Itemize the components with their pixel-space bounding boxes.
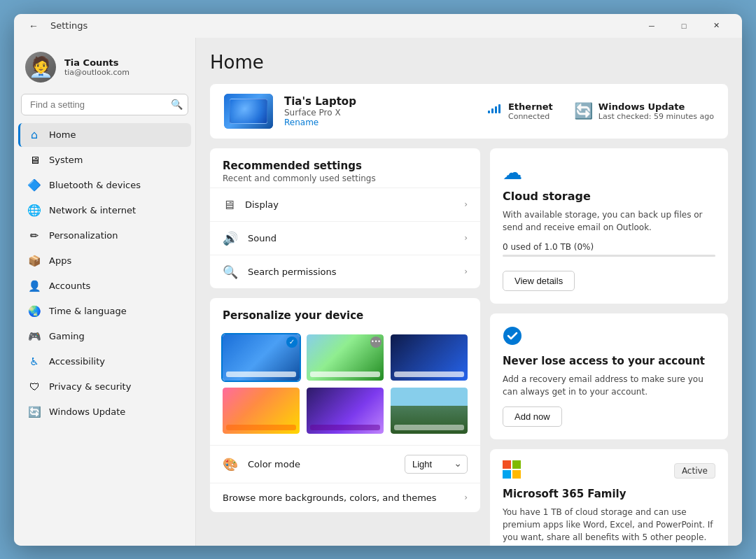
minimize-button[interactable]: ─ bbox=[636, 14, 668, 38]
wallpaper-6-preview bbox=[391, 388, 468, 434]
window-title: Settings bbox=[50, 20, 88, 31]
content-area: Home Tia's Laptop Surface Pro X Rename bbox=[196, 38, 742, 546]
sidebar-item-home[interactable]: ⌂ Home bbox=[18, 123, 191, 147]
m365-description: You have 1 TB of cloud storage and can u… bbox=[503, 506, 715, 544]
wp-bar-6 bbox=[394, 425, 464, 430]
update-sub: Last checked: 59 minutes ago bbox=[598, 112, 714, 121]
wallpaper-1[interactable]: ✓ bbox=[221, 333, 301, 382]
svg-rect-7 bbox=[503, 470, 511, 479]
wallpaper-2[interactable]: ••• bbox=[305, 333, 385, 382]
wp-bar bbox=[226, 372, 296, 377]
search-perm-icon: 🔍 bbox=[223, 264, 238, 279]
sidebar-label-system: System bbox=[49, 155, 83, 165]
display-chevron: › bbox=[464, 199, 468, 209]
windows-update-status: 🔄 Windows Update Last checked: 59 minute… bbox=[574, 101, 714, 121]
cloud-icon: ☁️ bbox=[503, 161, 715, 184]
recommended-title: Recommended settings bbox=[223, 160, 468, 172]
sidebar-item-apps[interactable]: 📦 Apps bbox=[18, 249, 191, 273]
wp-bar-2 bbox=[310, 372, 380, 377]
add-now-button[interactable]: Add now bbox=[503, 406, 562, 427]
display-setting-row[interactable]: 🖥 Display › bbox=[210, 187, 480, 221]
personalize-title: Personalize your device bbox=[223, 309, 468, 322]
svg-rect-5 bbox=[503, 460, 511, 469]
wallpaper-5[interactable] bbox=[305, 386, 385, 435]
color-mode-select[interactable]: Light Dark Custom bbox=[405, 455, 468, 474]
account-card-content: Never lose access to your account Add a … bbox=[490, 313, 728, 439]
bluetooth-icon: 🔷 bbox=[28, 179, 41, 192]
wallpaper-6[interactable] bbox=[389, 386, 469, 435]
sidebar-item-accounts[interactable]: 👤 Accounts bbox=[18, 274, 191, 298]
main-content: 🧑‍💼 Tia Counts tia@outlook.com 🔍 ⌂ Home bbox=[14, 38, 742, 546]
sound-label: Sound bbox=[248, 233, 464, 243]
browse-backgrounds-row[interactable]: Browse more backgrounds, colors, and the… bbox=[210, 483, 480, 512]
device-rename-link[interactable]: Rename bbox=[284, 118, 475, 127]
back-button[interactable]: ← bbox=[24, 16, 43, 36]
update-info: Windows Update Last checked: 59 minutes … bbox=[598, 101, 714, 121]
search-perm-row[interactable]: 🔍 Search permissions › bbox=[210, 255, 480, 288]
sidebar-item-privacy[interactable]: 🛡 Privacy & security bbox=[18, 375, 191, 399]
sidebar-label-gaming: Gaming bbox=[49, 331, 85, 341]
user-email: tia@outlook.com bbox=[64, 68, 130, 77]
sidebar-label-time: Time & language bbox=[49, 306, 127, 316]
cloud-title: Cloud storage bbox=[503, 190, 715, 203]
microsoft-365-card: Active Microsoft 365 Family You have 1 T… bbox=[490, 449, 728, 546]
wallpaper-4[interactable] bbox=[221, 386, 301, 435]
wallpaper-4-preview bbox=[223, 388, 300, 434]
maximize-button[interactable]: □ bbox=[668, 14, 700, 38]
m365-title: Microsoft 365 Family bbox=[503, 488, 715, 500]
sidebar-label-network: Network & internet bbox=[49, 205, 136, 215]
accessibility-icon: ♿ bbox=[28, 355, 41, 368]
close-button[interactable]: ✕ bbox=[700, 14, 732, 38]
browse-chevron: › bbox=[464, 493, 468, 502]
sidebar-item-bluetooth[interactable]: 🔷 Bluetooth & devices bbox=[18, 174, 191, 197]
cloud-card-content: ☁️ Cloud storage With available storage,… bbox=[490, 148, 728, 304]
sidebar-label-privacy: Privacy & security bbox=[49, 381, 131, 392]
sidebar-item-personalization[interactable]: ✏️ Personalization bbox=[18, 224, 191, 248]
sound-chevron: › bbox=[464, 233, 468, 243]
color-mode-icon: 🎨 bbox=[223, 457, 238, 472]
sidebar-item-time[interactable]: 🌏 Time & language bbox=[18, 299, 191, 323]
m365-badge: Active bbox=[674, 463, 715, 479]
window-controls: ─ □ ✕ bbox=[636, 14, 732, 38]
sound-setting-row[interactable]: 🔊 Sound › bbox=[210, 221, 480, 255]
page-title: Home bbox=[210, 52, 728, 73]
sidebar-item-update[interactable]: 🔄 Windows Update bbox=[18, 400, 191, 424]
sidebar-label-apps: Apps bbox=[49, 255, 71, 266]
svg-rect-2 bbox=[495, 106, 497, 113]
personalize-header: Personalize your device bbox=[210, 298, 480, 326]
wallpaper-grid: ✓ ••• bbox=[210, 326, 480, 445]
color-mode-select-wrapper: Light Dark Custom bbox=[405, 455, 468, 474]
search-perm-chevron: › bbox=[464, 267, 468, 276]
sidebar-item-network[interactable]: 🌐 Network & internet bbox=[18, 199, 191, 222]
wallpaper-3[interactable] bbox=[389, 333, 469, 382]
update-label: Windows Update bbox=[598, 101, 714, 112]
recommended-header: Recommended settings Recent and commonly… bbox=[210, 148, 480, 187]
personalization-icon: ✏️ bbox=[28, 229, 41, 242]
sidebar-item-accessibility[interactable]: ♿ Accessibility bbox=[18, 350, 191, 374]
sidebar-item-gaming[interactable]: 🎮 Gaming bbox=[18, 325, 191, 348]
account-title: Never lose access to your account bbox=[503, 355, 715, 367]
avatar-image: 🧑‍💼 bbox=[29, 55, 53, 78]
device-thumbnail bbox=[224, 94, 273, 129]
personalize-card: Personalize your device ✓ bbox=[210, 298, 480, 512]
update-icon: 🔄 bbox=[28, 406, 41, 418]
search-button[interactable]: 🔍 bbox=[171, 99, 183, 110]
ethernet-info: Ethernet Connected bbox=[508, 101, 553, 121]
status-items: Ethernet Connected 🔄 Windows Update Last… bbox=[486, 101, 714, 121]
storage-text: 0 used of 1.0 TB (0%) bbox=[503, 242, 715, 252]
color-mode-label: Color mode bbox=[248, 459, 405, 469]
wp-bar-5 bbox=[310, 425, 380, 430]
view-details-button[interactable]: View details bbox=[503, 271, 575, 291]
sidebar-label-update: Windows Update bbox=[49, 406, 125, 417]
wp-checkmark: ✓ bbox=[286, 337, 298, 348]
search-icon: 🔍 bbox=[171, 99, 183, 110]
search-input[interactable] bbox=[21, 94, 188, 115]
svg-rect-1 bbox=[491, 108, 493, 113]
sidebar-item-system[interactable]: 🖥 System bbox=[18, 148, 191, 172]
network-icon: 🌐 bbox=[28, 204, 41, 217]
wallpaper-3-preview bbox=[391, 334, 468, 381]
ethernet-status: Ethernet Connected bbox=[486, 101, 553, 121]
left-column: Recommended settings Recent and commonly… bbox=[210, 148, 480, 546]
apps-icon: 📦 bbox=[28, 255, 41, 267]
sidebar-label-accessibility: Accessibility bbox=[49, 356, 105, 367]
